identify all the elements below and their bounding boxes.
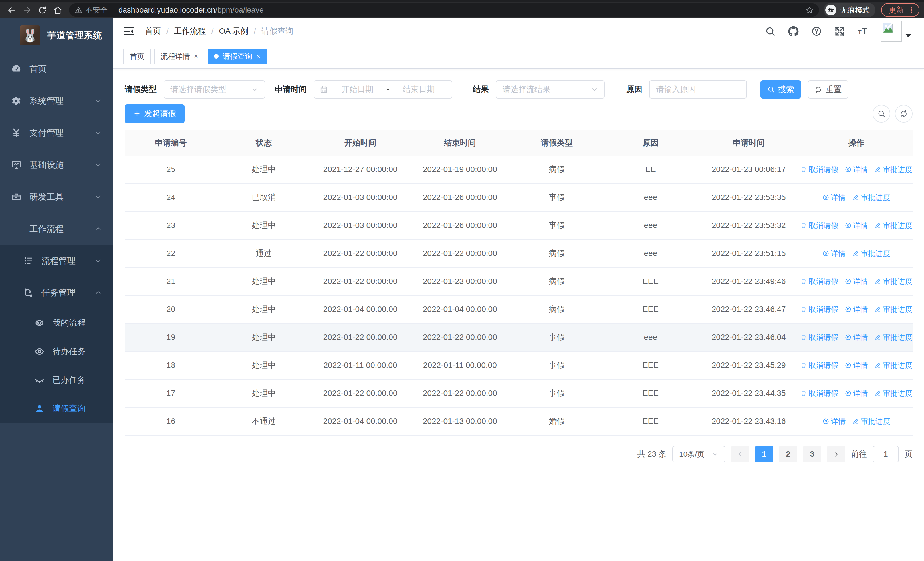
breadcrumb-item[interactable]: OA 示例 (219, 26, 249, 36)
arrow-right-icon (22, 6, 32, 15)
action-detail-link[interactable]: 详情 (822, 193, 846, 203)
cell-status: 处理中 (217, 164, 311, 175)
page-button-1[interactable]: 1 (755, 446, 773, 462)
search-icon[interactable] (765, 26, 776, 36)
action-progress-link[interactable]: 审批进度 (874, 221, 913, 230)
action-progress-link[interactable]: 审批进度 (852, 417, 890, 426)
action-detail-link[interactable]: 详情 (844, 304, 868, 314)
sidebar-item-研发工具[interactable]: 研发工具 (0, 181, 113, 213)
sidebar-item-请假查询[interactable]: 请假查询 (0, 394, 113, 423)
browser-home-button[interactable] (51, 3, 64, 17)
action-detail-link[interactable]: 详情 (844, 277, 868, 286)
action-label: 取消请假 (809, 277, 838, 286)
action-detail-link[interactable]: 详情 (844, 332, 868, 343)
action-progress-link[interactable]: 审批进度 (874, 332, 913, 343)
action-cancel-link[interactable]: 取消请假 (800, 361, 838, 370)
action-detail-link[interactable]: 详情 (822, 248, 846, 259)
cell-id: 20 (125, 305, 217, 314)
sidebar-collapse-icon[interactable] (123, 25, 135, 37)
page-button-3[interactable]: 3 (803, 446, 821, 462)
sidebar-item-已办任务[interactable]: 已办任务 (0, 366, 113, 394)
action-detail-link[interactable]: 详情 (844, 164, 868, 174)
reason-input[interactable] (656, 85, 740, 94)
sidebar-item-label: 研发工具 (29, 191, 64, 203)
page-button-2[interactable]: 2 (779, 446, 797, 462)
prev-page-button[interactable] (731, 446, 749, 462)
action-cancel-link[interactable]: 取消请假 (800, 164, 838, 174)
user-avatar-menu[interactable] (880, 21, 912, 42)
action-detail-link[interactable]: 详情 (844, 361, 868, 370)
cell-reason: eee (604, 333, 698, 342)
action-progress-link[interactable]: 审批进度 (874, 277, 913, 286)
action-cancel-link[interactable]: 取消请假 (800, 304, 838, 314)
action-progress-link[interactable]: 审批进度 (874, 361, 913, 370)
avatar[interactable] (880, 21, 902, 42)
menu-dots-icon[interactable] (908, 6, 915, 14)
close-icon[interactable]: × (194, 53, 198, 60)
sidebar-item-首页[interactable]: 首页 (0, 53, 113, 85)
search-button[interactable]: 搜索 (760, 80, 801, 99)
cell-type: 病假 (510, 304, 604, 315)
action-progress-link[interactable]: 审批进度 (852, 248, 890, 259)
result-select[interactable]: 请选择流结果 (496, 80, 604, 99)
action-progress-link[interactable]: 审批进度 (874, 164, 913, 174)
sidebar-item-待办任务[interactable]: 待办任务 (0, 337, 113, 366)
bookmark-star-icon[interactable] (805, 6, 814, 14)
close-icon[interactable]: × (256, 53, 260, 60)
address-bar[interactable]: 不安全 dashboard.yudao.iocoder.cn /bpm/oa/l… (69, 3, 819, 17)
column-header-请假类型: 请假类型 (510, 137, 604, 148)
browser-back-button[interactable] (4, 3, 18, 17)
sidebar-item-流程管理[interactable]: 流程管理 (0, 245, 113, 277)
action-cancel-link[interactable]: 取消请假 (800, 221, 838, 230)
fullscreen-icon[interactable] (834, 26, 845, 36)
sidebar-item-任务管理[interactable]: 任务管理 (0, 277, 113, 309)
action-progress-link[interactable]: 审批进度 (874, 388, 913, 399)
create-leave-button[interactable]: 发起请假 (125, 104, 184, 123)
filter-bar: 请假类型 请选择请假类型 申请时间 开始日期 - 结束日期 结果 请选择流结果 (125, 80, 913, 99)
sidebar-logo[interactable]: 🐰 芋道管理系统 (0, 18, 113, 53)
edit-icon (874, 306, 881, 313)
update-label: 更新 (889, 5, 904, 15)
sidebar-item-系统管理[interactable]: 系统管理 (0, 85, 113, 117)
page-size-select[interactable]: 10条/页 (672, 446, 725, 462)
browser-forward-button[interactable] (20, 3, 34, 17)
browser-reload-button[interactable] (35, 3, 49, 17)
breadcrumb-item[interactable]: 工作流程 (174, 26, 206, 36)
cell-end: 2022-01-26 00:00:00 (410, 221, 510, 230)
browser-update-button[interactable]: 更新 (881, 3, 920, 17)
sidebar-item-支付管理[interactable]: 支付管理 (0, 117, 113, 149)
action-label: 详情 (831, 417, 846, 426)
cell-type: 病假 (510, 276, 604, 287)
action-cancel-link[interactable]: 取消请假 (800, 277, 838, 286)
sidebar-item-工作流程[interactable]: 工作流程 (0, 213, 113, 245)
refresh-table-button[interactable] (895, 105, 913, 123)
tab-首页[interactable]: 首页 (123, 48, 151, 64)
action-cancel-link[interactable]: 取消请假 (800, 388, 838, 399)
action-detail-link[interactable]: 详情 (822, 417, 846, 426)
sidebar-menu: 首页系统管理支付管理基础设施研发工具工作流程流程管理任务管理我的流程待办任务已办… (0, 53, 113, 423)
action-detail-link[interactable]: 详情 (844, 221, 868, 230)
reset-button[interactable]: 重置 (808, 80, 848, 99)
action-progress-link[interactable]: 审批进度 (874, 304, 913, 314)
next-page-button[interactable] (827, 446, 845, 462)
font-size-icon[interactable]: TT (858, 26, 868, 36)
action-detail-link[interactable]: 详情 (844, 388, 868, 399)
action-cancel-link[interactable]: 取消请假 (800, 332, 838, 343)
help-icon[interactable] (811, 26, 822, 36)
action-progress-link[interactable]: 审批进度 (852, 193, 890, 203)
github-icon[interactable] (788, 26, 799, 36)
breadcrumb-item[interactable]: 首页 (145, 26, 161, 36)
cell-end: 2022-01-11 00:00:00 (410, 361, 510, 370)
goto-page-input[interactable] (873, 446, 899, 462)
sidebar-item-基础设施[interactable]: 基础设施 (0, 149, 113, 181)
tab-请假查询[interactable]: 请假查询× (208, 48, 267, 64)
action-label: 审批进度 (861, 417, 890, 426)
apply-time-range-picker[interactable]: 开始日期 - 结束日期 (314, 80, 452, 99)
tab-流程详情[interactable]: 流程详情× (154, 48, 204, 64)
leave-type-select[interactable]: 请选择请假类型 (164, 80, 265, 99)
reload-icon (38, 6, 47, 15)
security-label: 不安全 (86, 5, 108, 15)
cell-actions: 取消请假详情审批进度 (800, 361, 913, 370)
sidebar-item-我的流程[interactable]: 我的流程 (0, 309, 113, 337)
toggle-search-button[interactable] (873, 105, 890, 123)
